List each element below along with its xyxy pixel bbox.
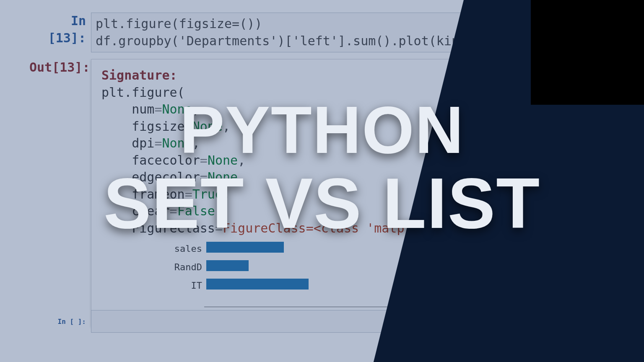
y-tick-label: RandD — [152, 261, 202, 274]
bar — [206, 242, 284, 253]
empty-input-cell: In [ ]: — [29, 310, 448, 333]
x-axis — [204, 307, 391, 307]
signature-label: Signature: — [101, 68, 177, 83]
code-box: plt.figure(figsize=()) df.groupby('Depar… — [91, 13, 486, 52]
signature-tooltip: Signature: plt.figure( num=None, figsize… — [91, 59, 589, 327]
param-line: dpi=None, — [101, 135, 579, 152]
param-line: num=None, — [101, 101, 579, 118]
in-prompt: In [13]: — [29, 13, 86, 47]
output-cell: Out[13]: Signature: plt.figure( num=None… — [29, 59, 491, 327]
param-line: frameon=True, — [101, 186, 579, 203]
bar — [206, 260, 249, 271]
param-line: clear=False, — [101, 203, 579, 220]
param-line: figsize=None, — [101, 118, 579, 135]
in-prompt-empty: In [ ]: — [29, 318, 86, 326]
param-line: edgecolor=None, — [101, 169, 579, 186]
bar — [206, 279, 309, 290]
out-prompt: Out[13]: — [29, 59, 86, 76]
thumbnail-stage: In [13]: plt.figure(figsize=()) df.group… — [0, 0, 644, 362]
notebook-background: In [13]: plt.figure(figsize=()) df.group… — [0, 0, 491, 334]
input-cell: In [13]: plt.figure(figsize=()) df.group… — [29, 13, 491, 52]
code-box-empty — [91, 310, 448, 333]
figureclass-line: FigureClass=FigureClass=<class 'matplotl… — [101, 220, 579, 237]
signature-open: plt.figure( — [101, 84, 579, 101]
code-line: df.groupby('Departments')['left'].sum().… — [96, 33, 482, 50]
bar-chart: salesRandDIT0200400 — [173, 239, 391, 319]
param-line: facecolor=None, — [101, 152, 579, 169]
code-line: plt.figure(figsize=()) — [96, 16, 482, 33]
y-tick-label: sales — [152, 243, 202, 255]
y-tick-label: IT — [152, 279, 202, 292]
